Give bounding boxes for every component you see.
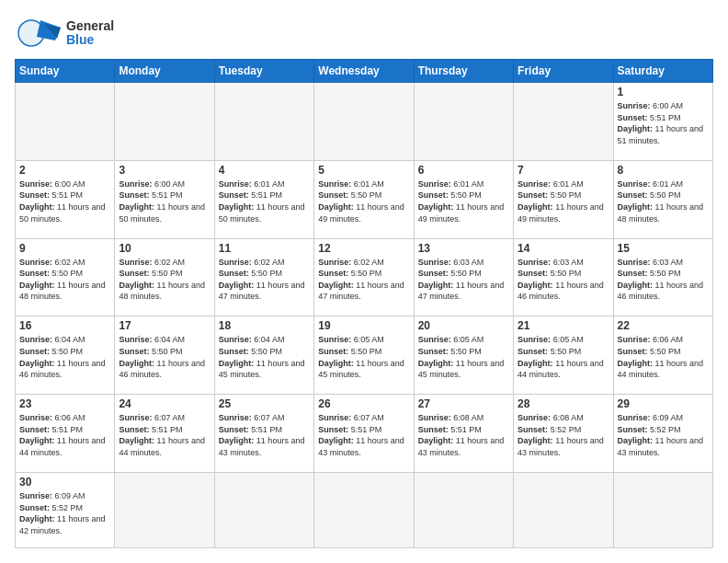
day-number: 5 (318, 164, 409, 177)
day-number: 8 (618, 164, 709, 177)
calendar-cell-8: 8Sunrise: 6:01 AMSunset: 5:50 PMDaylight… (613, 160, 712, 238)
day-info: Sunrise: 6:05 AMSunset: 5:50 PMDaylight:… (318, 334, 409, 380)
calendar-cell-23: 23Sunrise: 6:06 AMSunset: 5:51 PMDayligh… (16, 395, 115, 473)
calendar-cell-10: 10Sunrise: 6:02 AMSunset: 5:50 PMDayligh… (115, 238, 214, 316)
calendar-cell-30: 30Sunrise: 6:09 AMSunset: 5:52 PMDayligh… (16, 473, 115, 548)
day-number: 7 (518, 164, 609, 177)
day-number: 1 (618, 86, 709, 98)
calendar-cell-2: 2Sunrise: 6:00 AMSunset: 5:51 PMDaylight… (16, 160, 115, 238)
day-info: Sunrise: 6:03 AMSunset: 5:50 PMDaylight:… (518, 257, 609, 303)
day-info: Sunrise: 6:04 AMSunset: 5:50 PMDaylight:… (219, 334, 310, 380)
day-number: 17 (119, 319, 210, 332)
day-info: Sunrise: 6:06 AMSunset: 5:51 PMDaylight:… (19, 412, 110, 458)
day-info: Sunrise: 6:05 AMSunset: 5:50 PMDaylight:… (518, 334, 609, 380)
day-number: 4 (219, 164, 310, 177)
calendar-cell-17: 17Sunrise: 6:04 AMSunset: 5:50 PMDayligh… (115, 316, 214, 395)
day-number: 16 (19, 319, 110, 332)
logo-icon (15, 15, 63, 52)
day-number: 18 (219, 319, 310, 332)
calendar-cell-empty (514, 83, 613, 161)
weekday-header-tuesday: Tuesday (214, 60, 313, 83)
calendar-cell-24: 24Sunrise: 6:07 AMSunset: 5:51 PMDayligh… (115, 395, 214, 473)
day-info: Sunrise: 6:09 AMSunset: 5:52 PMDaylight:… (19, 490, 110, 536)
calendar-cell-empty (214, 473, 313, 548)
weekday-header-wednesday: Wednesday (314, 60, 414, 83)
day-info: Sunrise: 6:00 AMSunset: 5:51 PMDaylight:… (19, 178, 110, 224)
calendar-cell-13: 13Sunrise: 6:03 AMSunset: 5:50 PMDayligh… (414, 238, 513, 316)
day-number: 26 (318, 397, 409, 410)
day-info: Sunrise: 6:07 AMSunset: 5:51 PMDaylight:… (219, 412, 310, 458)
calendar-cell-18: 18Sunrise: 6:04 AMSunset: 5:50 PMDayligh… (214, 316, 313, 395)
day-info: Sunrise: 6:07 AMSunset: 5:51 PMDaylight:… (119, 412, 210, 458)
logo-blue: Blue (66, 33, 114, 47)
calendar-cell-empty (314, 83, 414, 161)
calendar-week-row-0: 1Sunrise: 6:00 AMSunset: 5:51 PMDaylight… (16, 83, 713, 161)
header: GeneralBlue (15, 15, 713, 52)
day-number: 21 (518, 319, 609, 332)
day-info: Sunrise: 6:02 AMSunset: 5:50 PMDaylight:… (19, 257, 110, 303)
logo-general: General (66, 19, 114, 33)
day-number: 22 (618, 319, 709, 332)
day-number: 12 (318, 242, 409, 255)
day-info: Sunrise: 6:06 AMSunset: 5:50 PMDaylight:… (618, 334, 709, 380)
day-info: Sunrise: 6:08 AMSunset: 5:52 PMDaylight:… (518, 412, 609, 458)
day-number: 13 (418, 242, 509, 255)
day-number: 28 (518, 397, 609, 410)
weekday-header-thursday: Thursday (414, 60, 513, 83)
day-info: Sunrise: 6:02 AMSunset: 5:50 PMDaylight:… (318, 257, 409, 303)
day-number: 25 (219, 397, 310, 410)
calendar-cell-27: 27Sunrise: 6:08 AMSunset: 5:51 PMDayligh… (414, 395, 513, 473)
day-info: Sunrise: 6:00 AMSunset: 5:51 PMDaylight:… (119, 178, 210, 224)
day-info: Sunrise: 6:01 AMSunset: 5:51 PMDaylight:… (219, 178, 310, 224)
calendar-cell-22: 22Sunrise: 6:06 AMSunset: 5:50 PMDayligh… (613, 316, 712, 395)
day-info: Sunrise: 6:00 AMSunset: 5:51 PMDaylight:… (618, 100, 709, 146)
calendar-week-row-4: 23Sunrise: 6:06 AMSunset: 5:51 PMDayligh… (16, 395, 713, 473)
day-info: Sunrise: 6:02 AMSunset: 5:50 PMDaylight:… (119, 257, 210, 303)
day-number: 3 (119, 164, 210, 177)
day-number: 10 (119, 242, 210, 255)
calendar-cell-empty (613, 473, 712, 548)
calendar-cell-empty (414, 473, 513, 548)
day-number: 19 (318, 319, 409, 332)
calendar-cell-15: 15Sunrise: 6:03 AMSunset: 5:50 PMDayligh… (613, 238, 712, 316)
calendar-cell-12: 12Sunrise: 6:02 AMSunset: 5:50 PMDayligh… (314, 238, 414, 316)
day-info: Sunrise: 6:04 AMSunset: 5:50 PMDaylight:… (19, 334, 110, 380)
day-info: Sunrise: 6:03 AMSunset: 5:50 PMDaylight:… (618, 257, 709, 303)
calendar-cell-4: 4Sunrise: 6:01 AMSunset: 5:51 PMDaylight… (214, 160, 313, 238)
calendar-cell-20: 20Sunrise: 6:05 AMSunset: 5:50 PMDayligh… (414, 316, 513, 395)
day-info: Sunrise: 6:01 AMSunset: 5:50 PMDaylight:… (518, 178, 609, 224)
weekday-header-saturday: Saturday (613, 60, 712, 83)
calendar-cell-11: 11Sunrise: 6:02 AMSunset: 5:50 PMDayligh… (214, 238, 313, 316)
day-number: 27 (418, 397, 509, 410)
calendar-cell-empty (514, 473, 613, 548)
calendar-cell-empty (16, 83, 115, 161)
day-number: 2 (19, 164, 110, 177)
calendar-week-row-3: 16Sunrise: 6:04 AMSunset: 5:50 PMDayligh… (16, 316, 713, 395)
calendar-cell-26: 26Sunrise: 6:07 AMSunset: 5:51 PMDayligh… (314, 395, 414, 473)
calendar-cell-3: 3Sunrise: 6:00 AMSunset: 5:51 PMDaylight… (115, 160, 214, 238)
calendar-cell-25: 25Sunrise: 6:07 AMSunset: 5:51 PMDayligh… (214, 395, 313, 473)
calendar-cell-29: 29Sunrise: 6:09 AMSunset: 5:52 PMDayligh… (613, 395, 712, 473)
day-number: 23 (19, 397, 110, 410)
calendar-cell-empty (115, 473, 214, 548)
day-info: Sunrise: 6:02 AMSunset: 5:50 PMDaylight:… (219, 257, 310, 303)
calendar-cell-1: 1Sunrise: 6:00 AMSunset: 5:51 PMDaylight… (613, 83, 712, 161)
calendar-cell-empty (314, 473, 414, 548)
calendar-cell-6: 6Sunrise: 6:01 AMSunset: 5:50 PMDaylight… (414, 160, 513, 238)
day-info: Sunrise: 6:09 AMSunset: 5:52 PMDaylight:… (618, 412, 709, 458)
calendar-cell-14: 14Sunrise: 6:03 AMSunset: 5:50 PMDayligh… (514, 238, 613, 316)
day-info: Sunrise: 6:01 AMSunset: 5:50 PMDaylight:… (318, 178, 409, 224)
calendar-table: SundayMondayTuesdayWednesdayThursdayFrid… (15, 59, 713, 548)
day-info: Sunrise: 6:04 AMSunset: 5:50 PMDaylight:… (119, 334, 210, 380)
day-number: 30 (19, 476, 110, 488)
weekday-header-friday: Friday (514, 60, 613, 83)
day-info: Sunrise: 6:01 AMSunset: 5:50 PMDaylight:… (418, 178, 509, 224)
day-number: 6 (418, 164, 509, 177)
day-number: 9 (19, 242, 110, 255)
calendar-cell-21: 21Sunrise: 6:05 AMSunset: 5:50 PMDayligh… (514, 316, 613, 395)
logo: GeneralBlue (15, 15, 114, 52)
day-info: Sunrise: 6:03 AMSunset: 5:50 PMDaylight:… (418, 257, 509, 303)
weekday-header-row: SundayMondayTuesdayWednesdayThursdayFrid… (16, 60, 713, 83)
calendar-cell-5: 5Sunrise: 6:01 AMSunset: 5:50 PMDaylight… (314, 160, 414, 238)
calendar-week-row-5: 30Sunrise: 6:09 AMSunset: 5:52 PMDayligh… (16, 473, 713, 548)
